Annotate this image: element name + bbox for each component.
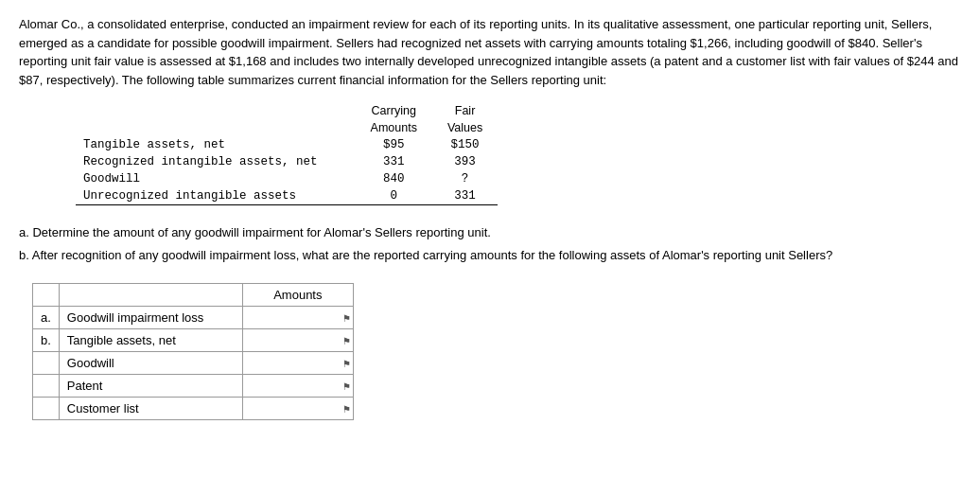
answer-row-b1: b. Tangible assets, net ⚑: [33, 329, 354, 352]
row-label-3: Goodwill: [76, 170, 356, 187]
amounts-header: Amounts: [356, 119, 432, 136]
row-label-goodwill-impairment: Goodwill impairment loss: [59, 307, 242, 329]
summary-label-header: [76, 102, 356, 119]
amounts-column-header: Amounts: [242, 284, 353, 307]
amount-cell-b1[interactable]: ⚑: [242, 329, 353, 352]
amount-cell-b2[interactable]: ⚑: [242, 352, 353, 375]
row-label-customer-list: Customer list: [59, 398, 242, 420]
amount-cell-b4[interactable]: ⚑: [242, 398, 353, 420]
table-row: Unrecognized intangible assets 0 331: [76, 187, 498, 205]
row-label-goodwill: Goodwill: [59, 352, 242, 375]
question-b: b. After recognition of any goodwill imp…: [19, 245, 961, 266]
amount-input-b1[interactable]: [251, 333, 345, 347]
amount-input-b4[interactable]: [251, 401, 345, 415]
answer-table: Amounts a. Goodwill impairment loss ⚑ b.…: [32, 283, 354, 420]
row-marker-b: b.: [33, 329, 60, 352]
amount-cell-b3[interactable]: ⚑: [242, 375, 353, 398]
row-label-2: Recognized intangible assets, net: [76, 153, 356, 170]
amount-input-a[interactable]: [251, 310, 345, 325]
amount-input-b2[interactable]: [251, 356, 345, 370]
table-row: Tangible assets, net $95 $150: [76, 136, 498, 153]
answer-row-b4: Customer list ⚑: [33, 398, 354, 420]
marker-header: [33, 284, 60, 307]
answer-section: Amounts a. Goodwill impairment loss ⚑ b.…: [19, 283, 961, 420]
values-header: Values: [432, 119, 498, 136]
row-fair-2: 393: [432, 153, 498, 170]
row-marker-b2: [33, 352, 60, 375]
row-label-1: Tangible assets, net: [76, 136, 356, 153]
row-label-patent: Patent: [59, 375, 242, 398]
amount-input-b3[interactable]: [251, 379, 345, 393]
fair-header: Fair: [432, 102, 498, 119]
table-row: Recognized intangible assets, net 331 39…: [76, 153, 498, 170]
flag-icon-b3: ⚑: [342, 380, 351, 391]
summary-table: Carrying Fair Amounts Values Tangible as…: [76, 102, 498, 205]
answer-row-b3: Patent ⚑: [33, 375, 354, 398]
question-a: a. Determine the amount of any goodwill …: [19, 222, 961, 243]
row-fair-1: $150: [432, 136, 498, 153]
table-row: Goodwill 840 ?: [76, 170, 498, 187]
carrying-header: Carrying: [356, 102, 432, 119]
intro-text: Alomar Co., a consolidated enterprise, c…: [19, 15, 961, 89]
row-marker-b3: [33, 375, 60, 398]
row-marker-b4: [33, 398, 60, 420]
flag-icon-b4: ⚑: [342, 403, 351, 414]
row-marker-a: a.: [33, 307, 60, 329]
summary-label-header2: [76, 119, 356, 136]
row-carrying-2: 331: [356, 153, 432, 170]
row-label-4: Unrecognized intangible assets: [76, 187, 356, 205]
amount-cell-a[interactable]: ⚑: [242, 307, 353, 329]
answer-row-a: a. Goodwill impairment loss ⚑: [33, 307, 354, 329]
flag-icon-a: ⚑: [342, 312, 351, 323]
flag-icon-b1: ⚑: [342, 335, 351, 345]
label-header: [59, 284, 242, 307]
row-carrying-3: 840: [356, 170, 432, 187]
row-carrying-1: $95: [356, 136, 432, 153]
flag-icon-b2: ⚑: [342, 358, 351, 368]
row-carrying-4: 0: [356, 187, 432, 205]
answer-row-b2: Goodwill ⚑: [33, 352, 354, 375]
row-fair-4: 331: [432, 187, 498, 205]
questions-section: a. Determine the amount of any goodwill …: [19, 222, 961, 266]
row-fair-3: ?: [432, 170, 498, 187]
row-label-tangible: Tangible assets, net: [59, 329, 242, 352]
